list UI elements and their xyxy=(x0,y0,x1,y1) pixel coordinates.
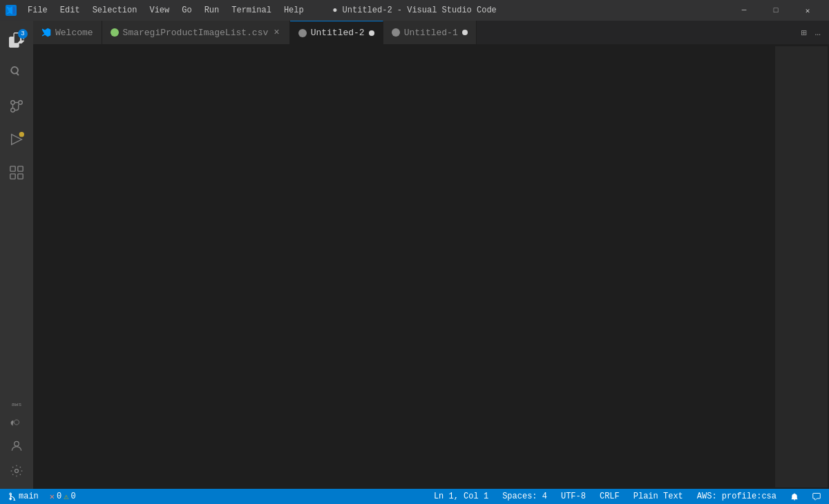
more-actions-button[interactable]: … xyxy=(812,26,823,39)
error-icon: ✕ xyxy=(50,492,55,502)
vscode-logo xyxy=(6,5,17,16)
svg-point-0 xyxy=(11,101,15,105)
editor-content[interactable] xyxy=(66,45,774,489)
titlebar: File Edit Selection View Go Run Terminal… xyxy=(0,0,829,21)
tab-welcome[interactable]: Welcome xyxy=(33,21,102,44)
feedback[interactable] xyxy=(810,489,823,504)
activity-run[interactable] xyxy=(0,123,33,156)
language-label: Plain Text xyxy=(633,492,683,501)
activity-settings[interactable] xyxy=(0,458,33,483)
warning-icon: ⚠ xyxy=(64,492,68,502)
tab-csv-close[interactable]: × xyxy=(272,27,280,38)
window-controls: ─ □ ✕ xyxy=(728,0,823,21)
warning-number: 0 xyxy=(70,492,75,501)
tab-untitled2-icon xyxy=(298,29,307,37)
svg-point-1 xyxy=(19,101,23,105)
error-number: 0 xyxy=(57,492,61,501)
menu-terminal[interactable]: Terminal xyxy=(226,4,277,17)
aws-profile-label: AWS: profile:csa xyxy=(697,492,776,501)
maximize-button[interactable]: □ xyxy=(760,0,792,21)
statusbar-right: Ln 1, Col 1 Spaces: 4 UTF-8 CRLF Plain T… xyxy=(431,489,823,504)
activity-extensions[interactable] xyxy=(0,156,33,189)
svg-point-2 xyxy=(11,108,15,113)
svg-point-9 xyxy=(15,469,19,473)
editor xyxy=(33,45,829,489)
menu-selection[interactable]: Selection xyxy=(87,4,143,17)
tab-untitled2-modified xyxy=(369,30,374,36)
svg-rect-7 xyxy=(18,174,23,179)
tab-untitled1[interactable]: Untitled-1 xyxy=(383,21,477,44)
menu-edit[interactable]: Edit xyxy=(55,4,86,17)
aws-label: aws xyxy=(12,401,21,407)
git-branch-label: main xyxy=(19,492,39,501)
activity-search[interactable] xyxy=(0,57,33,90)
tab-untitled2-label: Untitled-2 xyxy=(311,28,365,38)
activity-source-control[interactable] xyxy=(0,90,33,123)
activity-bar: 3 aws xyxy=(0,21,33,489)
line-ending-label: CRLF xyxy=(600,492,620,501)
line-numbers xyxy=(33,45,66,489)
menu-file[interactable]: File xyxy=(22,4,53,17)
language-mode[interactable]: Plain Text xyxy=(631,489,686,504)
svg-rect-4 xyxy=(10,166,15,171)
tab-untitled2[interactable]: Untitled-2 xyxy=(290,21,383,44)
minimize-button[interactable]: ─ xyxy=(728,0,760,21)
activity-aws[interactable] xyxy=(0,409,33,434)
statusbar-left: main ✕ 0 ⚠ 0 xyxy=(6,489,79,504)
editor-area: Welcome SmaregiProductImageList.csv × Un… xyxy=(33,21,829,489)
activity-bottom: aws xyxy=(0,401,33,483)
svg-rect-6 xyxy=(10,174,15,179)
menu-run[interactable]: Run xyxy=(199,4,225,17)
menu-go[interactable]: Go xyxy=(176,4,197,17)
menu-bar: File Edit Selection View Go Run Terminal… xyxy=(22,4,309,17)
svg-point-3 xyxy=(19,132,24,137)
menu-help[interactable]: Help xyxy=(278,4,309,17)
split-editor-button[interactable]: ⊞ xyxy=(798,26,809,40)
tab-welcome-label: Welcome xyxy=(55,28,93,38)
tab-untitled1-label: Untitled-1 xyxy=(404,28,458,38)
spaces-label: Spaces: 4 xyxy=(502,492,547,501)
activity-account[interactable] xyxy=(0,434,33,458)
window-title: ● Untitled-2 - Visual Studio Code xyxy=(332,6,497,15)
position-label: Ln 1, Col 1 xyxy=(434,492,488,501)
encoding-label: UTF-8 xyxy=(561,492,586,501)
error-count[interactable]: ✕ 0 ⚠ 0 xyxy=(47,489,79,504)
tab-untitled1-icon xyxy=(392,28,400,37)
menu-view[interactable]: View xyxy=(144,4,175,17)
explorer-badge: 3 xyxy=(18,29,28,39)
aws-profile[interactable]: AWS: profile:csa xyxy=(694,489,779,504)
main-layout: 3 aws xyxy=(0,21,829,489)
close-button[interactable]: ✕ xyxy=(792,0,823,21)
tab-csv-icon xyxy=(111,28,119,37)
indentation[interactable]: Spaces: 4 xyxy=(499,489,550,504)
line-ending[interactable]: CRLF xyxy=(597,489,622,504)
tabbar: Welcome SmaregiProductImageList.csv × Un… xyxy=(33,21,829,45)
git-branch[interactable]: main xyxy=(6,489,41,504)
tab-csv[interactable]: SmaregiProductImageList.csv × xyxy=(102,21,290,44)
activity-explorer[interactable]: 3 xyxy=(0,23,33,57)
cursor-position[interactable]: Ln 1, Col 1 xyxy=(431,489,491,504)
svg-point-8 xyxy=(15,441,19,446)
tab-actions: ⊞ … xyxy=(798,21,829,44)
minimap xyxy=(774,45,829,489)
tab-csv-label: SmaregiProductImageList.csv xyxy=(123,28,269,38)
notifications[interactable] xyxy=(788,489,801,504)
tab-untitled1-modified xyxy=(462,30,468,35)
encoding[interactable]: UTF-8 xyxy=(558,489,589,504)
statusbar: main ✕ 0 ⚠ 0 Ln 1, Col 1 Spaces: 4 UTF-8… xyxy=(0,489,829,504)
svg-rect-5 xyxy=(18,166,23,171)
titlebar-left: File Edit Selection View Go Run Terminal… xyxy=(6,4,309,17)
